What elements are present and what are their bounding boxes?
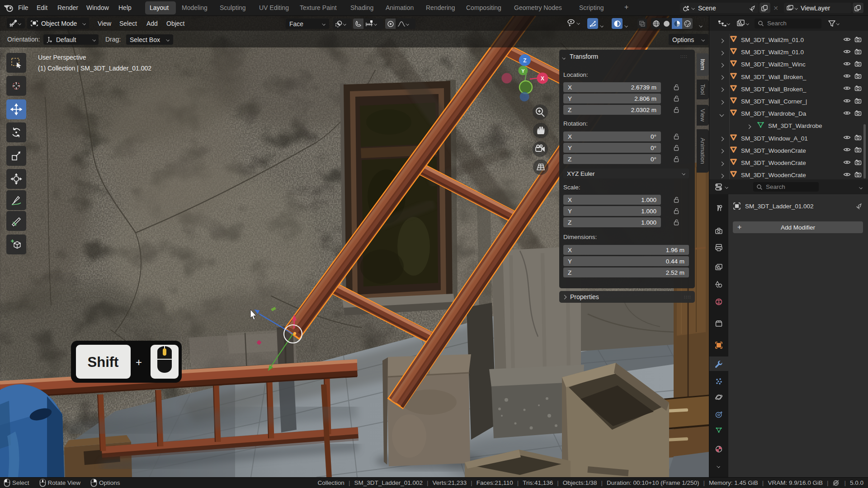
svg-text:+: + xyxy=(136,356,142,368)
svg-text:Z: Z xyxy=(523,57,526,64)
svg-text:X: X xyxy=(541,75,544,82)
svg-text:Shift: Shift xyxy=(88,354,119,370)
svg-text:User Perspective: User Perspective xyxy=(38,54,86,61)
svg-text:(1) Collection | SM_3DT_Ladder: (1) Collection | SM_3DT_Ladder_01.002 xyxy=(38,65,151,72)
svg-text:Y: Y xyxy=(521,68,525,74)
